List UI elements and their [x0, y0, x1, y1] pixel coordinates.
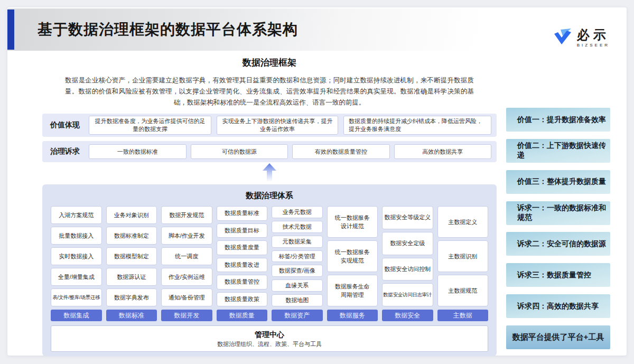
grid-cell: 数据质量政策 [217, 292, 268, 307]
grid-cell: 数据探查/画像 [272, 265, 323, 277]
value-box: 提升数据准备度，为业务运作提供可信的足量的数据支撑 [89, 116, 211, 135]
grid-cell: 业务对象识别 [106, 206, 157, 224]
management-title: 管理中心 [51, 329, 488, 340]
arrow-container [42, 162, 497, 184]
grid-cell: 数据质量目标 [217, 223, 268, 238]
grid-cell: 批量数据接入 [51, 227, 102, 245]
grid-cell: 技术元数据 [272, 221, 323, 233]
framework-description: 数据是企业核心资产，企业需要建立起数据字典，有效管理其日益重要的数据和信息资源；… [65, 75, 474, 108]
grid-cell: 数据质量度量 [217, 240, 268, 255]
grid-cell: 主数据规范 [437, 275, 489, 306]
value-box: 数据质量的持续提升减少纠错成本，降低运营风险，提升业务服务满意度 [343, 116, 491, 135]
demand-row: 治理诉求 一致的数据标准可信的数据源有效的数据质量管控高效的数据共享 [42, 141, 497, 162]
grid-cell: 全量/增量集成 [51, 268, 102, 286]
grid-cell: 数据质量管控 [217, 275, 268, 290]
grid-cell: 数据质量标准 [217, 206, 268, 221]
demand-box: 一致的数据标准 [89, 144, 187, 159]
management-subtitle: 数据治理组织、流程、政策、平台与工具 [51, 340, 488, 349]
grid-cell: 标签/分类管理 [272, 250, 323, 263]
grid-cell: 入湖方案规范 [51, 206, 102, 224]
grid-column-数据资产: 业务元数据技术元数据元数据采集标签/分类管理数据探查/画像血缘关系数据地图 [272, 206, 323, 306]
sidebar-item-1: 价值二：上下游数据快速传递 [506, 139, 610, 163]
grid-cell: 数据安全访问日志审计 [382, 283, 433, 306]
grid-column-数据开发: 数据开发规范脚本/作业开发统一调度作业/实例运维通知/备份管理 [161, 206, 212, 306]
page-title: 基于数据治理框架的数据平台体系架构 [38, 20, 298, 40]
grid-cell: 实时数据接入 [51, 247, 102, 265]
page-header: 基于数据治理框架的数据平台体系架构 必示 BIZSEER [7, 7, 627, 52]
sidebar-list: 价值一：提升数据准备效率价值二：上下游数据快速传递价值三：整体提升数据质量诉求一… [506, 108, 610, 349]
grid-cell: 血缘关系 [272, 279, 323, 292]
sidebar-item-7: 数据平台提供了平台+工具 [506, 325, 610, 349]
grid-cell: 数据安全等级定义 [382, 206, 433, 229]
grid-cell: 数据地图 [272, 294, 323, 306]
grid-cell: 统一调度 [161, 247, 212, 265]
grid-column-主数据: 主数据定义主数据识别主数据规范 [437, 206, 489, 306]
brand-logo-text: 必示 BIZSEER [577, 29, 610, 48]
sidebar-item-4: 诉求二：安全可信的数据源 [506, 232, 610, 256]
grid-cell: 数据标准制定 [106, 227, 157, 245]
grid-column-数据安全: 数据安全等级定义数据安全定级数据安全访问控制数据安全访问日志审计 [382, 206, 433, 306]
governance-grid: 入湖方案规范批量数据接入实时数据接入全量/增量集成表/文件/整库/场景迁移业务对… [51, 206, 488, 306]
category-button-主数据: 主数据 [437, 310, 489, 321]
grid-cell: 数据开发规范 [161, 206, 212, 224]
governance-panel: 数据治理体系 入湖方案规范批量数据接入实时数据接入全量/增量集成表/文件/整库/… [42, 184, 497, 356]
grid-cell: 数据模型制定 [106, 247, 157, 265]
grid-column-数据标准: 业务对象识别数据标准制定数据模型制定数据源认证数据字典发布 [106, 206, 157, 306]
sidebar-item-3: 诉求一：一致的数据标准和规范 [506, 201, 610, 225]
grid-cell: 元数据采集 [272, 236, 323, 248]
grid-cell: 通知/备份管理 [161, 288, 212, 306]
grid-cell: 主数据定义 [437, 206, 489, 238]
slide-card: 基于数据治理框架的数据平台体系架构 必示 BIZSEER 数据治理框架 数据是企… [7, 7, 627, 356]
demand-box: 可信的数据源 [191, 144, 288, 159]
demand-row-label: 治理诉求 [42, 147, 89, 156]
value-box: 实现业务上下游数据的快速传递共享，提升业务运作效率 [217, 116, 338, 135]
sidebar-item-2: 价值三：整体提升数据质量 [506, 170, 610, 194]
bizseer-logo-icon [553, 29, 572, 48]
sidebar-item-0: 价值一：提升数据准备效率 [506, 108, 610, 132]
value-row-label: 价值体现 [42, 120, 89, 130]
grid-cell: 数据质量改进 [217, 258, 268, 273]
value-row: 价值体现 提升数据准备度，为业务运作提供可信的足量的数据支撑实现业务上下游数据的… [42, 114, 497, 137]
category-button-row: 数据集成数据标准数据开发数据质量数据资产数据服务数据安全主数据 [51, 310, 488, 321]
grid-cell: 数据安全定级 [382, 232, 433, 255]
value-boxes: 提升数据准备度，为业务运作提供可信的足量的数据支撑实现业务上下游数据的快速传递共… [89, 116, 491, 135]
grid-cell: 数据源认证 [106, 268, 157, 286]
category-button-数据质量: 数据质量 [217, 310, 268, 321]
category-button-数据服务: 数据服务 [327, 310, 378, 321]
grid-cell: 业务元数据 [272, 206, 323, 218]
grid-column-数据质量: 数据质量标准数据质量目标数据质量度量数据质量改进数据质量管控数据质量政策 [217, 206, 268, 306]
grid-cell: 数据安全访问控制 [382, 258, 433, 281]
brand-subtitle: BIZSEER [577, 43, 610, 48]
grid-cell: 表/文件/整库/场景迁移 [51, 288, 102, 306]
management-center: 管理中心 数据治理组织、流程、政策、平台与工具 [51, 325, 488, 352]
category-button-数据集成: 数据集成 [51, 310, 102, 321]
sidebar-item-5: 诉求三：数据质量管控 [506, 263, 610, 287]
accent-bar [7, 10, 14, 50]
grid-cell: 主数据识别 [437, 240, 489, 272]
content-area: 数据治理框架 数据是企业核心资产，企业需要建立起数据字典，有效管理其日益重要的数… [7, 52, 627, 356]
framework-title: 数据治理框架 [42, 57, 497, 69]
sidebar-item-6: 诉求四：高效的数据共享 [506, 294, 610, 318]
brand-logo: 必示 BIZSEER [553, 29, 610, 48]
category-button-数据标准: 数据标准 [106, 310, 157, 321]
grid-cell: 作业/实例运维 [161, 268, 212, 286]
grid-cell: 脚本/作业开发 [161, 227, 212, 245]
demand-box: 有效的数据质量管控 [292, 144, 390, 159]
brand-name: 必示 [577, 29, 610, 41]
grid-column-数据服务: 统一数据服务 设计规范统一数据服务 实现规范数据服务生命 周期管理 [327, 206, 378, 306]
grid-column-数据集成: 入湖方案规范批量数据接入实时数据接入全量/增量集成表/文件/整库/场景迁移 [51, 206, 102, 306]
category-button-数据资产: 数据资产 [272, 310, 323, 321]
category-button-数据安全: 数据安全 [382, 310, 433, 321]
category-button-数据开发: 数据开发 [161, 310, 212, 321]
governance-title: 数据治理体系 [51, 190, 488, 201]
grid-cell: 统一数据服务 设计规范 [327, 206, 378, 238]
grid-cell: 统一数据服务 实现规范 [327, 240, 378, 272]
grid-cell: 数据服务生命 周期管理 [327, 275, 378, 306]
demand-boxes: 一致的数据标准可信的数据源有效的数据质量管控高效的数据共享 [89, 144, 491, 159]
up-arrow-icon [263, 163, 276, 183]
grid-cell: 数据字典发布 [106, 288, 157, 306]
main-column: 数据治理框架 数据是企业核心资产，企业需要建立起数据字典，有效管理其日益重要的数… [42, 52, 497, 356]
sidebar-column: 价值一：提升数据准备效率价值二：上下游数据快速传递价值三：整体提升数据质量诉求一… [506, 52, 610, 356]
demand-box: 高效的数据共享 [394, 144, 492, 159]
